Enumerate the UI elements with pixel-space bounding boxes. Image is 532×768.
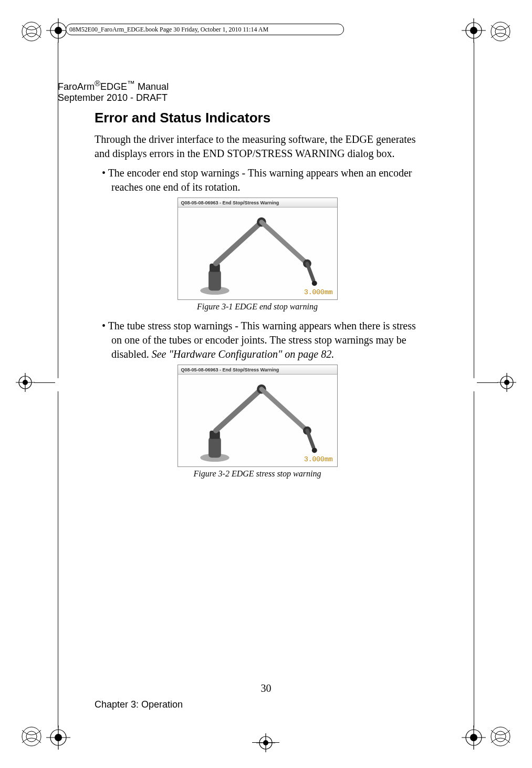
manual-title-text: FaroArm [58,81,95,92]
manual-title: FaroArm®EDGE™ Manual [58,79,420,92]
registration-mark-icon [16,373,35,392]
trim-rule [474,391,474,728]
bullet-text: The encoder end stop warnings - This war… [108,167,412,193]
manual-date: September 2010 - DRAFT [58,92,420,103]
svg-point-4 [22,727,41,746]
bullet-encoder-end-stop: The encoder end stop warnings - This war… [95,166,420,194]
figure-2: Q08-05-08-06963 - End Stop/Stress Warnin… [95,365,420,479]
figure-1: Q08-05-08-06963 - End Stop/Stress Warnin… [95,198,420,312]
dialog-titlebar: Q08-05-08-06963 - End Stop/Stress Warnin… [178,198,337,207]
crop-mark-br [489,725,512,748]
dialog-titlebar: Q08-05-08-06963 - End Stop/Stress Warnin… [178,365,337,375]
svg-point-44 [311,281,317,286]
figure-1-caption: Figure 3-1 EDGE end stop warning [197,302,318,312]
figure-1-dialog: Q08-05-08-06963 - End Stop/Stress Warnin… [178,198,338,300]
svg-point-3 [495,26,506,37]
print-header-text: 08M52E00_FaroArm_EDGE.book Page 30 Frida… [69,26,268,34]
registration-mark-icon [256,733,275,752]
bullet-tube-stress-stop: The tube stress stop warnings - This war… [95,319,420,361]
figure-1-readout: 3.000mm [304,288,333,296]
page-content: FaroArm®EDGE™ Manual September 2010 - DR… [58,79,420,486]
registered-symbol: ® [95,79,100,88]
print-header-bar: 08M52E00_FaroArm_EDGE.book Page 30 Frida… [66,24,344,35]
crop-mark-tl [20,20,43,43]
trademark-symbol: ™ [127,79,135,88]
registration-mark-icon [462,725,486,750]
registration-mark-icon [497,373,516,392]
bullet-text-italic-ref: See "Hardware Configuration" on page 82. [152,348,335,360]
svg-point-1 [26,26,37,37]
svg-point-6 [491,727,510,746]
body-paragraph: Through the driver interface to the meas… [95,132,420,161]
body-text: dialog box. [345,148,394,159]
manual-title-text: Manual [135,81,169,92]
body-text-smallcaps: ND STOP/STRESS WARNING [209,148,345,159]
page-number: 30 [0,682,532,694]
registration-mark-icon [46,725,70,750]
svg-point-5 [26,731,37,742]
crop-mark-tr [489,20,512,43]
svg-point-0 [22,22,41,41]
figure-1-image: 3.000mm [178,207,337,299]
svg-line-41 [261,222,307,264]
svg-point-7 [495,731,506,742]
chapter-footer: Chapter 3: Operation [95,699,183,710]
svg-line-39 [215,222,261,264]
trim-rule [34,382,55,383]
svg-line-48 [215,389,261,431]
trim-rule [252,742,279,743]
figure-2-dialog: Q08-05-08-06963 - End Stop/Stress Warnin… [178,365,338,467]
svg-point-2 [491,22,510,41]
figure-2-readout: 3.000mm [304,455,333,463]
svg-point-53 [311,448,317,453]
crop-mark-bl [20,725,43,748]
trim-rule [477,382,498,383]
svg-rect-37 [208,270,221,291]
figure-2-image: 3.000mm [178,375,337,466]
svg-rect-46 [208,437,221,458]
manual-title-text: EDGE [100,81,127,92]
figure-2-caption: Figure 3-2 EDGE stress stop warning [194,469,321,479]
svg-line-50 [261,389,307,431]
trim-rule [474,42,474,378]
section-heading: Error and Status Indicators [95,110,420,126]
registration-mark-icon [462,18,486,43]
